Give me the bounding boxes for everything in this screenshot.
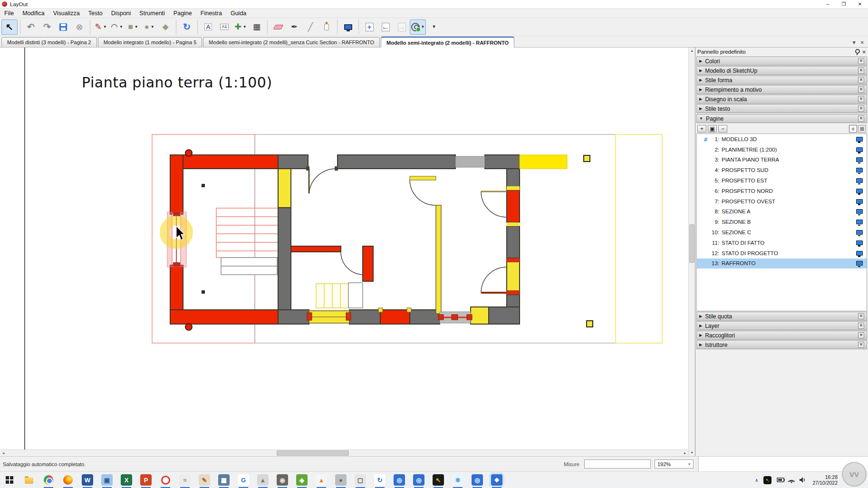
drawing-canvas[interactable]: Pianta piano terra (1:100) ◂ ▸: [0, 48, 688, 456]
page-visibility-monitor-icon[interactable]: [856, 168, 863, 172]
page-visibility-monitor-icon[interactable]: [856, 251, 863, 256]
sketchup-style-icon[interactable]: ◎: [394, 474, 405, 486]
word-icon[interactable]: W: [82, 474, 93, 486]
minimize-button[interactable]: –: [820, 1, 836, 7]
snowflake-app-icon[interactable]: ❄: [452, 474, 463, 486]
eyedropper-tool-icon[interactable]: ✒: [286, 19, 302, 35]
page-row-sezione-c[interactable]: 10:SEZIONE C: [697, 227, 867, 238]
presentation-button-icon[interactable]: [340, 19, 356, 35]
section-close-icon[interactable]: ✕: [858, 342, 864, 348]
chrome-icon[interactable]: [43, 474, 54, 486]
horizontal-scrollbar[interactable]: ◂ ▸: [0, 450, 688, 456]
page-visibility-monitor-icon[interactable]: [856, 178, 863, 183]
calculator-icon[interactable]: ▦: [218, 474, 230, 486]
sync-app-icon[interactable]: ↻: [374, 474, 386, 486]
section-istruttore[interactable]: ▶Istruttore✕: [696, 340, 867, 349]
page-row-stato-di-fatto[interactable]: 11:STATO DI FATTO: [697, 238, 867, 248]
section-disegno-in-scala[interactable]: ▶Disegno in scala✕: [696, 95, 867, 104]
menu-strumenti[interactable]: Strumenti: [135, 9, 169, 18]
restore-button[interactable]: ❐: [836, 1, 852, 7]
arc-tool-icon[interactable]: ◠▼: [109, 19, 125, 35]
close-button[interactable]: ✕: [852, 1, 868, 7]
tray-chevron-icon[interactable]: ∧: [755, 478, 758, 483]
dropdown-caret-icon[interactable]: ▼: [243, 25, 247, 29]
section-close-icon[interactable]: ✕: [858, 96, 864, 102]
section-pagine[interactable]: ▼ Pagine ✕: [696, 114, 867, 123]
panel-close-icon[interactable]: ✕: [862, 49, 866, 55]
add-page-button[interactable]: +: [697, 125, 706, 133]
polygon-tool-icon[interactable]: ◆: [157, 19, 174, 35]
menu-disponi[interactable]: Disponi: [107, 9, 135, 18]
page-visibility-monitor-icon[interactable]: [856, 240, 863, 245]
section-close-icon[interactable]: ✕: [858, 105, 864, 112]
section-close-icon[interactable]: ✕: [858, 86, 864, 93]
delete-page-button[interactable]: −: [718, 125, 727, 133]
page-row-pianta-piano-terra[interactable]: 3:PIANTA PIANO TERRA: [697, 155, 867, 165]
layout-tray-icon[interactable]: ↖: [763, 476, 772, 484]
table-tool-icon[interactable]: ▦: [249, 19, 265, 35]
grid-view-button[interactable]: ⊞: [858, 125, 866, 133]
menu-visualizza[interactable]: Visualizza: [49, 9, 84, 18]
page-row-raffronto[interactable]: 13:RAFFRONTO: [697, 258, 867, 269]
section-close-icon[interactable]: ✕: [858, 67, 864, 74]
horizontal-scroll-thumb[interactable]: [277, 450, 349, 456]
close-document-icon[interactable]: ✕: [860, 40, 864, 45]
start-button[interactable]: [4, 474, 15, 486]
document-tab-1[interactable]: Modelli distinti (3 modelli) - Pagina 2: [1, 37, 97, 47]
page-visibility-monitor-icon[interactable]: [856, 261, 863, 266]
eraser-tool-icon[interactable]: [270, 19, 286, 35]
menu-testo[interactable]: Testo: [84, 9, 107, 18]
toolbar-overflow-button-icon[interactable]: ▼: [426, 19, 442, 35]
menu-guida[interactable]: Guida: [226, 9, 251, 18]
notepad-icon[interactable]: ≡: [179, 474, 191, 486]
system-status-icons[interactable]: [777, 476, 807, 484]
circle-tool-icon[interactable]: ●▼: [141, 19, 157, 35]
dropdown-caret-icon[interactable]: ▼: [103, 25, 107, 29]
measure-input[interactable]: [584, 459, 651, 469]
vlc-icon[interactable]: ▲: [316, 474, 327, 486]
scroll-left-icon[interactable]: ◂: [0, 450, 7, 456]
clock[interactable]: 16:28 27/10/2022: [812, 474, 838, 486]
page-visibility-monitor-icon[interactable]: [856, 230, 863, 235]
monitor-app-icon[interactable]: ▢: [355, 474, 366, 486]
dropdown-caret-icon[interactable]: ▼: [151, 25, 154, 29]
section-riempimento-a-motivo[interactable]: ▶Riempimento a motivo✕: [696, 85, 867, 94]
style-spin-tool-icon[interactable]: ↻: [179, 19, 195, 35]
discard-button-icon[interactable]: ⊗: [71, 19, 87, 35]
section-close-icon[interactable]: ✕: [858, 323, 864, 329]
green-app-icon[interactable]: ◈: [296, 474, 308, 486]
layout-black-icon[interactable]: ↖: [433, 474, 444, 486]
scroll-up-icon[interactable]: ▴: [689, 48, 695, 54]
page-visibility-monitor-icon[interactable]: [856, 147, 863, 152]
page-row-modello-3d[interactable]: 1:MODELLO 3D: [697, 134, 867, 144]
label-tool-icon[interactable]: A1: [216, 19, 232, 35]
section-colori[interactable]: ▶Colori✕: [696, 57, 867, 66]
pin-icon[interactable]: [855, 49, 859, 55]
sketchup-style-icon-2[interactable]: ◎: [413, 474, 424, 486]
page-row-sezione-a[interactable]: 8:SEZIONE A: [697, 207, 867, 217]
page-row-prospetto-sud[interactable]: 4:PROSPETTO SUD: [697, 165, 867, 175]
page-visibility-monitor-icon[interactable]: [856, 209, 863, 214]
dropdown-caret-icon[interactable]: ▼: [421, 25, 425, 29]
add-page-button-icon[interactable]: +: [361, 19, 377, 35]
menu-file[interactable]: File: [0, 9, 18, 18]
powerpoint-icon[interactable]: P: [140, 474, 152, 486]
page-visibility-monitor-icon[interactable]: [856, 189, 863, 193]
dropdown-caret-icon[interactable]: ▼: [119, 25, 123, 29]
undo-button-icon[interactable]: ↶: [23, 19, 39, 35]
redo-button-icon[interactable]: ↷: [39, 19, 55, 35]
excel-icon[interactable]: X: [121, 474, 132, 486]
vertical-scrollbar[interactable]: ▴ ▾: [688, 48, 695, 456]
section-modello-di-sketchup[interactable]: ▶Modello di SketchUp✕: [696, 66, 867, 75]
save-button-icon[interactable]: [55, 19, 71, 35]
gimp-icon[interactable]: ◉: [277, 474, 288, 486]
scroll-right-icon[interactable]: ▸: [682, 450, 688, 456]
select-tool-icon[interactable]: ↖: [1, 19, 18, 35]
page-visibility-monitor-icon[interactable]: [856, 137, 863, 142]
mail-app-icon[interactable]: ▣: [101, 474, 113, 486]
section-close-icon[interactable]: ✕: [858, 332, 864, 338]
line-tool-icon[interactable]: ✎▼: [93, 19, 109, 35]
knife-tool-icon[interactable]: ╱: [302, 19, 318, 35]
opera-icon[interactable]: [160, 474, 171, 486]
section-close-icon[interactable]: ✕: [858, 58, 864, 64]
